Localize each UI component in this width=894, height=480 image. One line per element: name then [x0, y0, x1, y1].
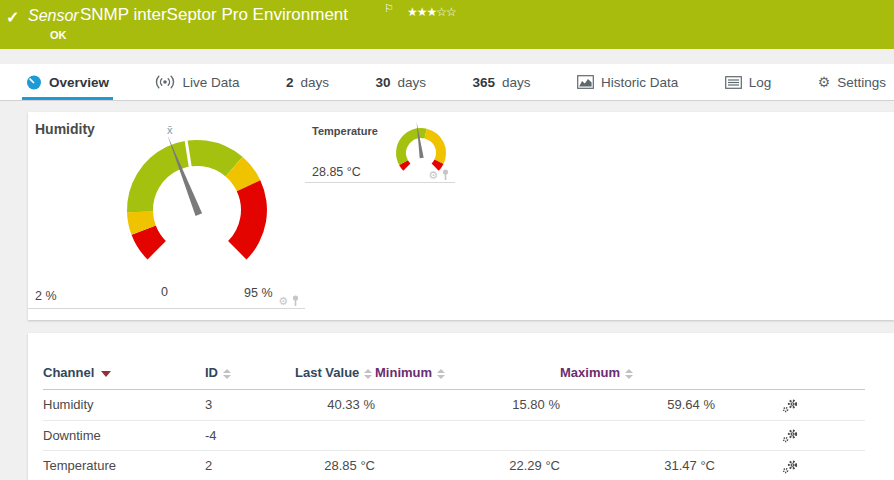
tab-live-data[interactable]: Live Data [151, 64, 243, 100]
table-row: Humidity 3 40.33 % 15.80 % 59.64 % [43, 390, 865, 421]
column-label: Minimum [375, 365, 432, 380]
channel-settings-icon[interactable] [782, 460, 799, 474]
sensor-title: SNMP interSeptor Pro Environment [80, 5, 348, 25]
tab-overview[interactable]: Overview [22, 64, 113, 100]
channel-maximum [560, 420, 715, 451]
column-header-minimum[interactable]: Minimum [375, 333, 560, 390]
channel-minimum: 22.29 °C [375, 451, 560, 480]
sort-desc-icon [101, 371, 111, 377]
ok-check-icon: ✓ [6, 8, 19, 27]
channel-id: -4 [205, 420, 295, 451]
channel-name: Downtime [43, 420, 205, 451]
humidity-widget-title: Humidity [35, 121, 95, 137]
channel-last-value: 40.33 % [295, 390, 375, 421]
tab-label: Overview [49, 75, 109, 90]
tab-historic-data[interactable]: Historic Data [573, 64, 682, 100]
pin-icon[interactable] [441, 169, 450, 181]
tab-number: 365 [472, 75, 495, 90]
tab-bar: Overview Live Data 2 days 30 days 365 da… [0, 64, 894, 101]
column-header-channel[interactable]: Channel [43, 333, 205, 390]
temperature-gauge-widget[interactable]: Temperature 28.85 °C ⚙ [305, 112, 455, 183]
column-header-maximum[interactable]: Maximum [560, 333, 715, 390]
channel-maximum: 59.64 % [560, 390, 715, 421]
tab-30-days[interactable]: 30 days [371, 64, 430, 100]
gauge-min-label: 2 % [35, 289, 57, 303]
channel-maximum: 31.47 °C [560, 451, 715, 480]
temperature-gauge [389, 126, 453, 174]
widget-tools: ⚙ [278, 295, 300, 307]
channel-id: 2 [205, 451, 295, 480]
humidity-gauge-widget[interactable]: Humidity x̄ 2 % 0 95 % ⚙ [28, 112, 305, 309]
column-header-last-value[interactable]: Last Value [295, 333, 375, 390]
tab-number: 30 [375, 75, 390, 90]
priority-stars[interactable]: ★★★☆☆ [407, 5, 456, 19]
status-badge: OK [50, 29, 67, 41]
sensor-type-label: Sensor [28, 7, 79, 25]
gear-icon: ⚙ [818, 75, 831, 89]
humidity-gauge [107, 130, 287, 282]
tab-label: Historic Data [601, 75, 678, 90]
table-row: Downtime -4 [43, 420, 865, 451]
sort-icon [364, 369, 372, 379]
sensor-header: ✓ Sensor SNMP interSeptor Pro Environmen… [0, 0, 894, 49]
table-row: Temperature 2 28.85 °C 22.29 °C 31.47 °C [43, 451, 865, 480]
tab-2-days[interactable]: 2 days [282, 64, 333, 100]
channel-settings-icon[interactable] [782, 399, 799, 413]
channel-last-value: 28.85 °C [295, 451, 375, 480]
tab-label: days [397, 75, 426, 90]
channels-table: Channel ID Last Value Minimum Maximum [43, 333, 865, 480]
temperature-value: 28.85 °C [312, 165, 361, 179]
tab-label: days [502, 75, 531, 90]
pin-icon[interactable] [291, 295, 300, 307]
column-label: ID [205, 365, 218, 380]
channel-name: Temperature [43, 451, 205, 480]
log-icon [725, 76, 742, 89]
column-label: Last Value [295, 365, 359, 380]
channel-last-value [295, 420, 375, 451]
tab-label: Live Data [182, 75, 239, 90]
table-header-row: Channel ID Last Value Minimum Maximum [43, 333, 865, 390]
widget-gear-icon[interactable]: ⚙ [278, 296, 288, 307]
gauge-zero-label: 0 [161, 285, 168, 299]
average-marker: x̄ [167, 124, 173, 136]
temperature-widget-title: Temperature [312, 125, 378, 137]
sort-icon [437, 369, 445, 379]
sort-icon [223, 369, 231, 379]
sort-icon [625, 369, 633, 379]
channels-panel: Channel ID Last Value Minimum Maximum [28, 333, 894, 480]
column-label: Maximum [560, 365, 620, 380]
channel-minimum [375, 420, 560, 451]
gauges-panel: Humidity x̄ 2 % 0 95 % ⚙ Temperature 28.… [28, 112, 894, 320]
widget-tools: ⚙ [428, 169, 450, 181]
gauge-icon [26, 75, 42, 90]
live-data-icon [155, 74, 175, 90]
widget-gear-icon[interactable]: ⚙ [428, 170, 438, 181]
column-header-id[interactable]: ID [205, 333, 295, 390]
channel-name: Humidity [43, 390, 205, 421]
tab-label: Log [749, 75, 772, 90]
gauge-max-label: 95 % [244, 286, 273, 300]
tab-label: days [300, 75, 329, 90]
tab-log[interactable]: Log [721, 64, 776, 100]
channel-id: 3 [205, 390, 295, 421]
column-label: Channel [43, 365, 94, 380]
tab-label: Settings [837, 75, 886, 90]
tab-settings[interactable]: ⚙ Settings [814, 64, 890, 100]
flag-icon[interactable]: ⚐ [384, 2, 394, 15]
area-chart-icon [577, 75, 594, 89]
channel-minimum: 15.80 % [375, 390, 560, 421]
channel-settings-icon[interactable] [782, 429, 799, 443]
tab-number: 2 [286, 75, 294, 90]
tab-365-days[interactable]: 365 days [468, 64, 534, 100]
